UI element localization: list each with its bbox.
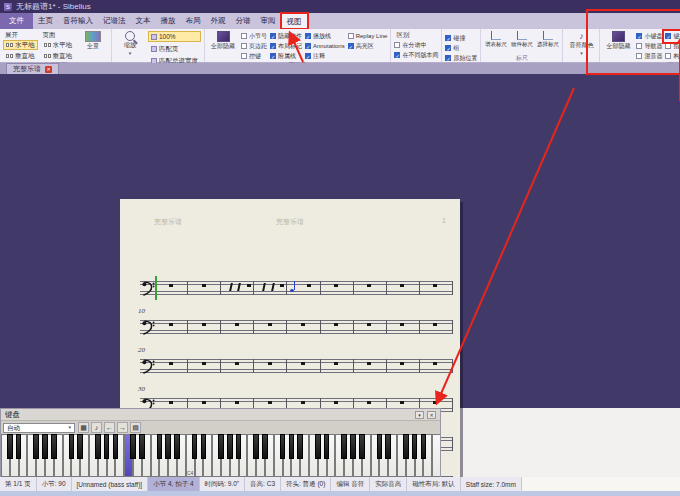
unchecked-checkbox-icon[interactable] bbox=[665, 43, 671, 49]
unchecked-checkbox-icon[interactable] bbox=[241, 43, 247, 49]
tab-外观[interactable]: 外观 bbox=[206, 13, 231, 29]
checked-checkbox-icon[interactable]: ✓ bbox=[305, 33, 311, 39]
whole-rest[interactable] bbox=[367, 362, 371, 365]
piano-key-black[interactable] bbox=[174, 434, 180, 459]
invisibles-hide-all-button[interactable]: 全部隐藏 bbox=[208, 31, 238, 50]
zoom-level-combo[interactable]: 100% bbox=[148, 31, 201, 42]
whole-rest[interactable] bbox=[367, 401, 371, 404]
whole-rest[interactable] bbox=[202, 284, 206, 287]
piano-key-black[interactable] bbox=[253, 434, 259, 459]
piano-key-black[interactable] bbox=[201, 434, 207, 459]
whole-rest[interactable] bbox=[235, 362, 239, 365]
whole-rest[interactable] bbox=[268, 401, 272, 404]
pages-vertical-option[interactable]: 垂直地 bbox=[41, 51, 76, 61]
whole-rest[interactable] bbox=[433, 401, 437, 404]
status-item[interactable]: Staff size: 7.0mm bbox=[461, 477, 522, 491]
checkbox-页边距[interactable]: 页边距 bbox=[241, 42, 267, 51]
piano-key-black[interactable] bbox=[403, 434, 409, 459]
checkbox-附属线[interactable]: ✓附属线 bbox=[270, 52, 302, 61]
tab-播放[interactable]: 播放 bbox=[156, 13, 181, 29]
whole-rest[interactable] bbox=[202, 401, 206, 404]
checkbox-组[interactable]: ✓组 bbox=[445, 44, 477, 53]
note-input-icon[interactable]: ♪ bbox=[91, 422, 102, 433]
keyboard-panel-titlebar[interactable]: 键盘 ▾ ✕ bbox=[1, 409, 440, 421]
checkbox-混音器[interactable]: 混音器 bbox=[636, 52, 662, 61]
ruler-button-谱表标尺[interactable]: 谱表标尺 bbox=[484, 31, 507, 47]
whole-rest[interactable] bbox=[400, 401, 404, 404]
checkbox-隐藏物件[interactable]: ✓隐藏物件 bbox=[270, 32, 302, 41]
piano-key-black[interactable] bbox=[16, 434, 22, 459]
tab-记谱法[interactable]: 记谱法 bbox=[98, 13, 131, 29]
checked-checkbox-icon[interactable]: ✓ bbox=[305, 53, 311, 59]
unchecked-checkbox-icon[interactable] bbox=[241, 53, 247, 59]
piano-key-black[interactable] bbox=[77, 434, 83, 459]
piano-key-black[interactable] bbox=[227, 434, 233, 459]
unchecked-checkbox-icon[interactable] bbox=[636, 43, 642, 49]
whole-rest[interactable] bbox=[268, 362, 272, 365]
keymap-icon[interactable]: ▦ bbox=[78, 422, 89, 433]
fit-page-button[interactable]: 匹配页 bbox=[148, 43, 201, 54]
quarter-rest[interactable] bbox=[262, 283, 265, 291]
unchecked-checkbox-icon[interactable] bbox=[348, 33, 354, 39]
checkbox-小节号[interactable]: 小节号 bbox=[241, 32, 267, 41]
status-item[interactable]: 符头: 普通 (0) bbox=[281, 477, 331, 491]
whole-rest[interactable] bbox=[334, 401, 338, 404]
whole-rest[interactable] bbox=[433, 323, 437, 326]
checkbox-原始位置[interactable]: ✓原始位置 bbox=[445, 54, 477, 63]
piano-key-black[interactable] bbox=[289, 434, 295, 459]
whole-rest[interactable] bbox=[400, 284, 404, 287]
piano-key-black[interactable] bbox=[385, 434, 391, 459]
whole-rest[interactable] bbox=[169, 401, 173, 404]
piano-key-black[interactable] bbox=[33, 434, 39, 459]
piano-key-black[interactable] bbox=[359, 434, 365, 459]
checkbox-Replay Line[interactable]: Replay Line bbox=[348, 32, 388, 41]
panel-close-icon[interactable]: ✕ bbox=[427, 411, 436, 419]
whole-rest[interactable] bbox=[367, 323, 371, 326]
checked-checkbox-icon[interactable]: ✓ bbox=[445, 35, 451, 41]
tab-分谱[interactable]: 分谱 bbox=[231, 13, 256, 29]
piano-key-black[interactable] bbox=[69, 434, 75, 459]
piano-key-black[interactable] bbox=[7, 434, 13, 459]
whole-rest[interactable] bbox=[268, 323, 272, 326]
options-icon[interactable]: ▤ bbox=[130, 422, 141, 433]
spreads-horizontal-option[interactable]: 水平地 bbox=[3, 40, 38, 50]
checkbox-在不同版本间[interactable]: ✓在不同版本间 bbox=[394, 51, 438, 60]
checkbox-高亮区[interactable]: ✓高亮区 bbox=[348, 42, 388, 51]
quarter-rest[interactable] bbox=[229, 283, 232, 291]
piano-key-black[interactable] bbox=[192, 434, 198, 459]
piano-key-black[interactable] bbox=[341, 434, 347, 459]
checked-checkbox-icon[interactable]: ✓ bbox=[445, 55, 451, 61]
checked-checkbox-icon[interactable]: ✓ bbox=[445, 45, 451, 51]
status-item[interactable]: 第 1/1 页 bbox=[0, 477, 37, 491]
piano-key-black[interactable] bbox=[315, 434, 321, 459]
status-item[interactable]: 编辑 音符 bbox=[331, 477, 370, 491]
checkbox-注释[interactable]: ✓注释 bbox=[305, 52, 345, 61]
whole-rest[interactable] bbox=[433, 284, 437, 287]
note-colors-button[interactable]: ♪ 音符颜色▾ bbox=[566, 31, 596, 56]
checkbox-导航器[interactable]: 导航器 bbox=[636, 42, 662, 51]
whole-rest[interactable] bbox=[301, 362, 305, 365]
tab-文件[interactable]: 文件 bbox=[0, 13, 33, 29]
unchecked-checkbox-icon[interactable] bbox=[394, 42, 400, 48]
checkbox-Annotations[interactable]: ✓Annotations bbox=[305, 42, 345, 51]
tab-主页[interactable]: 主页 bbox=[33, 13, 58, 29]
status-item[interactable]: 磁性布局: 默认 bbox=[407, 477, 461, 491]
whole-rest[interactable] bbox=[433, 362, 437, 365]
piano-key-black[interactable] bbox=[324, 434, 330, 459]
pages-horizontal-option[interactable]: 水平地 bbox=[41, 40, 76, 50]
checkbox-在分谱中[interactable]: 在分谱中 bbox=[394, 41, 438, 50]
whole-rest[interactable] bbox=[400, 362, 404, 365]
tab-视图[interactable]: 视图 bbox=[281, 13, 308, 29]
whole-rest[interactable] bbox=[334, 284, 338, 287]
piano-key-black[interactable] bbox=[130, 434, 136, 459]
piano-key-black[interactable] bbox=[42, 434, 48, 459]
panels-hide-all-button[interactable]: 全部隐藏 bbox=[603, 31, 633, 50]
whole-rest[interactable] bbox=[334, 323, 338, 326]
whole-rest[interactable] bbox=[307, 284, 311, 287]
checkbox-布局标记[interactable]: ✓布局标记 bbox=[270, 42, 302, 51]
status-item[interactable]: 小节 4, 拍子 4 bbox=[148, 477, 199, 491]
piano-key-black[interactable] bbox=[157, 434, 163, 459]
unchecked-checkbox-icon[interactable] bbox=[241, 33, 247, 39]
zoom-button[interactable]: 缩放▾ bbox=[115, 31, 145, 56]
checkbox-碰撞[interactable]: ✓碰撞 bbox=[445, 34, 477, 43]
